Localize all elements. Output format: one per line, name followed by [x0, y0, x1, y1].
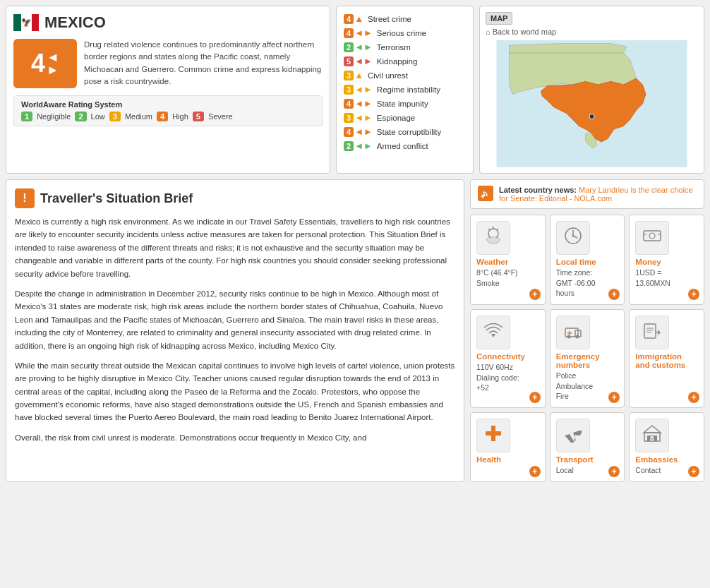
country-description: Drug related violence continues to predo…	[84, 39, 323, 88]
tile-transport: Transport Local +	[550, 412, 625, 482]
risk-terrorism: 2 ◄► Terrorism	[344, 42, 466, 52]
risk-impunity: 4 ◄► State impunity	[344, 98, 466, 109]
tile-money: Money 1USD = 13.60MXN +	[629, 215, 704, 305]
money-label: Money	[635, 258, 661, 266]
rating-system-title: WorldAware Rating System	[21, 100, 315, 109]
brief-card: ! Traveller's Situation Brief Mexico is …	[6, 179, 464, 482]
transport-sub: Local	[556, 465, 574, 476]
immigration-icon-wrap	[635, 316, 669, 349]
level-3: 3	[109, 112, 121, 121]
brief-paragraph-4: Overall, the risk from civil unrest is m…	[15, 431, 455, 444]
money-icon	[642, 225, 663, 251]
level-2: 2	[75, 112, 86, 121]
tile-connectivity: Connectivity 110V 60Hz Dialing code: +52…	[470, 309, 546, 408]
svg-point-2	[481, 195, 484, 198]
plane-icon	[562, 423, 584, 448]
country-card: 🦅 MEXICO 4 ◄ ► Drug related viol	[6, 6, 330, 174]
dialing-label: Dialing code:	[476, 373, 519, 383]
connectivity-label: Connectivity	[476, 352, 525, 361]
country-body: 4 ◄ ► Drug related violence continues to…	[13, 39, 323, 88]
svg-rect-31	[651, 436, 654, 439]
embassies-icon-wrap	[635, 419, 669, 452]
svg-point-18	[575, 335, 579, 339]
embassies-sub: Contact	[635, 465, 661, 476]
svg-line-5	[497, 229, 498, 230]
tile-immigration: Immigration and customs +	[629, 309, 704, 408]
health-icon-wrap	[476, 419, 510, 452]
timezone-hours: hours	[556, 288, 574, 299]
level-1: 1	[21, 112, 32, 121]
emergency-label: Emergency numbers	[556, 352, 619, 369]
level-4: 4	[157, 112, 168, 121]
exclamation-icon: !	[15, 188, 35, 208]
brief-paragraph-3: While the main security threat outside t…	[15, 359, 455, 424]
back-to-map-link[interactable]: ⌂ Back to world map	[486, 28, 698, 36]
svg-marker-28	[644, 426, 661, 433]
money-icon-wrap	[635, 221, 669, 255]
money-rate-label: 1USD =	[635, 268, 661, 278]
local-time-label: Local time	[556, 258, 596, 266]
map-svg	[486, 40, 698, 167]
police-label: Police	[556, 371, 577, 381]
immigration-plus-button[interactable]: +	[688, 392, 699, 403]
mexico-flag: 🦅	[13, 14, 39, 31]
timezone-label: Time zone:	[556, 268, 593, 278]
weather-condition: Smoke	[476, 278, 500, 289]
immigration-label: Immigration and customs	[635, 352, 698, 369]
weather-icon-wrap	[476, 221, 510, 255]
transport-plus-button[interactable]: +	[608, 466, 620, 477]
risk-regime: 3 ◄► Regime instability	[344, 84, 466, 95]
news-content: Latest country news: Mary Landrieu is th…	[499, 186, 697, 203]
transport-icon-wrap	[556, 419, 590, 452]
country-name: MEXICO	[44, 13, 106, 32]
svg-rect-27	[644, 433, 660, 441]
local-time-plus-button[interactable]: +	[608, 289, 620, 300]
connectivity-icon-wrap	[476, 316, 510, 349]
rating-system: WorldAware Rating System 1 Negligible 2 …	[13, 95, 323, 126]
emergency-plus-button[interactable]: +	[608, 392, 620, 403]
embassies-plus-button[interactable]: +	[688, 466, 699, 477]
svg-rect-29	[647, 436, 650, 441]
connectivity-plus-button[interactable]: +	[529, 392, 541, 403]
weather-label: Weather	[476, 258, 508, 266]
svg-rect-26	[486, 431, 501, 436]
emergency-icon-wrap	[556, 316, 590, 349]
brief-title: Traveller's Situation Brief	[40, 191, 193, 206]
building-icon	[642, 423, 663, 448]
risk-civil-unrest: 3 ▲ Civil unrest	[344, 70, 466, 80]
news-bar: Latest country news: Mary Landrieu is th…	[470, 179, 704, 209]
right-panel: Latest country news: Mary Landrieu is th…	[470, 179, 704, 482]
risk-serious-crime: 4 ◄► Serious crime	[344, 28, 466, 38]
money-rate-value: 13.60MXN	[635, 278, 670, 289]
info-grid: Weather 8°C (46.4°F) Smoke +	[470, 215, 704, 482]
risk-espionage: 3 ◄► Espionage	[344, 112, 466, 123]
svg-point-17	[567, 335, 570, 339]
risk-kidnapping: 5 ◄► Kidnapping	[344, 56, 466, 66]
tile-emergency: Emergency numbers Police Ambulance Fire …	[550, 309, 625, 408]
tile-embassies: Embassies Contact +	[629, 412, 704, 482]
weather-temp: 8°C (46.4°F)	[476, 268, 518, 278]
health-plus-button[interactable]: +	[529, 466, 541, 477]
risk-street-crime: 4 ▲ Street crime	[344, 13, 466, 24]
level-5: 5	[193, 112, 204, 121]
risk-corruptibility: 4 ◄► State corruptibility	[344, 126, 466, 137]
country-header: 🦅 MEXICO	[13, 13, 323, 32]
money-plus-button[interactable]: +	[688, 289, 699, 300]
tile-local-time: Local time Time zone: GMT -06:00 hours +	[550, 215, 625, 305]
rss-icon	[478, 186, 493, 201]
local-time-icon-wrap	[556, 221, 590, 255]
health-cross-icon	[483, 423, 504, 448]
news-label: Latest country news:	[499, 186, 577, 194]
dialing-code: +52	[476, 383, 489, 393]
svg-rect-30	[654, 436, 657, 441]
map-card: MAP ⌂ Back to world map	[479, 6, 704, 174]
svg-rect-21	[644, 324, 656, 338]
svg-point-1	[589, 114, 594, 119]
brief-paragraph-1: Mexico is currently a high risk environm…	[15, 215, 455, 280]
svg-line-6	[488, 229, 490, 230]
svg-point-12	[649, 233, 655, 239]
weather-plus-button[interactable]: +	[529, 289, 541, 300]
brief-header: ! Traveller's Situation Brief	[15, 188, 455, 208]
voltage: 110V 60Hz	[476, 362, 513, 373]
immigration-icon	[642, 320, 663, 345]
